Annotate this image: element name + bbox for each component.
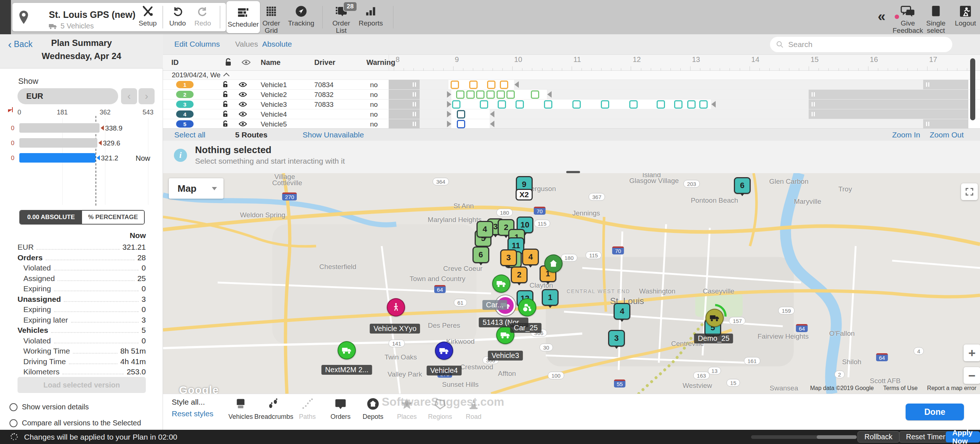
edit-columns-link[interactable]: Edit Columns: [174, 40, 220, 48]
column-id[interactable]: ID: [171, 58, 179, 67]
order-marker[interactable]: 3: [608, 330, 625, 347]
toolbar-button-order-list[interactable]: 28OrderList: [325, 0, 358, 34]
order-stop-marker[interactable]: [544, 100, 552, 109]
toolbar-button-logout[interactable]: Logout: [949, 0, 980, 34]
order-stop-marker[interactable]: [699, 100, 708, 109]
toolbar-button-setup[interactable]: Setup: [131, 0, 164, 34]
vehicle-id-pill[interactable]: 2: [176, 91, 194, 98]
metric-prev-button[interactable]: ‹: [121, 88, 137, 104]
chart-bar[interactable]: [19, 138, 97, 148]
map-type-control[interactable]: Map: [169, 178, 223, 199]
order-stop-marker[interactable]: [601, 100, 609, 109]
style-all-label[interactable]: Style all...: [172, 398, 205, 406]
lock-open-icon[interactable]: [222, 81, 229, 90]
rollback-button[interactable]: Rollback: [858, 431, 899, 442]
route-timeline-lane[interactable]: [389, 80, 968, 89]
order-stop-marker[interactable]: [573, 100, 581, 109]
lock-open-icon[interactable]: [222, 100, 229, 109]
route-timeline-lane[interactable]: [389, 119, 968, 128]
order-stop-marker[interactable]: [687, 100, 695, 109]
order-stop-marker[interactable]: [469, 81, 477, 89]
order-marker[interactable]: 1: [542, 289, 558, 306]
map-zoom-out-button[interactable]: −: [964, 367, 980, 384]
order-stop-marker[interactable]: [486, 91, 495, 99]
vehicle-row[interactable]: 4Vehicle4no: [163, 109, 980, 119]
vertical-scrollbar[interactable]: [970, 58, 975, 120]
route-timeline-lane[interactable]: [389, 109, 968, 119]
tractor-marker[interactable]: [518, 298, 536, 317]
order-marker[interactable]: 2: [511, 266, 528, 283]
layer-toggle-road[interactable]: Road: [457, 396, 490, 421]
order-stop-marker[interactable]: [452, 100, 460, 109]
toolbar-button-tracking[interactable]: Tracking: [285, 0, 318, 34]
order-stop-marker[interactable]: [498, 100, 506, 109]
order-stop-marker[interactable]: [476, 91, 485, 99]
stacked-orders-badge[interactable]: X2: [515, 189, 533, 201]
toolbar-button-order-grid[interactable]: OrderGrid: [255, 0, 288, 34]
order-marker[interactable]: 4: [522, 248, 539, 266]
done-button[interactable]: Done: [905, 404, 964, 420]
load-version-button[interactable]: Load selected version: [18, 377, 146, 393]
order-marker[interactable]: 4: [614, 303, 630, 320]
layer-toggle-vehicles[interactable]: Vehicles: [224, 396, 257, 421]
layer-toggle-paths[interactable]: Paths: [291, 396, 324, 421]
order-stop-marker[interactable]: [487, 81, 495, 89]
metric-next-button[interactable]: ›: [138, 88, 154, 104]
layer-toggle-orders[interactable]: Orders: [324, 396, 357, 421]
lock-open-icon[interactable]: [222, 120, 229, 128]
version-radio-option[interactable]: Show version details: [10, 403, 89, 411]
reset-styles-link[interactable]: Reset styles: [172, 409, 213, 418]
toolbar-button-reports[interactable]: Reports: [354, 0, 388, 34]
map-zoom-in-button[interactable]: +: [964, 344, 980, 361]
version-radio-option[interactable]: Compare all versions to the Selected: [10, 419, 141, 427]
order-stop-marker[interactable]: [496, 91, 505, 99]
order-stop-marker[interactable]: [480, 100, 488, 109]
route-timeline-lane[interactable]: [389, 100, 968, 109]
route-timeline-lane[interactable]: [389, 90, 968, 99]
order-marker[interactable]: 6: [473, 247, 489, 263]
order-stop-marker[interactable]: [531, 91, 539, 99]
vehicle-row[interactable]: 1Vehicle170834no: [163, 80, 980, 90]
depot-marker[interactable]: [544, 255, 563, 273]
eye-icon[interactable]: [239, 91, 247, 99]
date-group-row[interactable]: 2019/04/24, We: [163, 71, 980, 80]
order-stop-marker[interactable]: [457, 120, 465, 128]
order-stop-marker[interactable]: [466, 91, 475, 99]
reset-timer-button[interactable]: Reset Timer: [899, 431, 952, 442]
order-stop-marker[interactable]: [674, 100, 682, 109]
vehicle-row[interactable]: 2Vehicle270832no: [163, 90, 980, 100]
order-marker[interactable]: 4: [477, 221, 493, 238]
eye-icon[interactable]: [239, 121, 247, 128]
metric-select[interactable]: EUR: [18, 88, 118, 104]
lock-open-icon[interactable]: [222, 110, 229, 119]
vehicle-id-pill[interactable]: 1: [176, 81, 194, 88]
toolbar-button-redo[interactable]: Redo: [186, 0, 220, 34]
lock-open-icon[interactable]: [224, 58, 232, 68]
column-name[interactable]: Name: [261, 58, 280, 67]
order-stop-marker[interactable]: [629, 100, 638, 109]
apply-now-button[interactable]: Apply Now: [946, 431, 980, 442]
search-input[interactable]: [788, 40, 942, 49]
absolute-toggle-button[interactable]: 0.00 ABSOLUTE: [20, 211, 82, 224]
order-marker[interactable]: 3: [500, 249, 517, 266]
order-stop-marker[interactable]: [456, 91, 465, 99]
order-stop-marker[interactable]: [506, 91, 515, 99]
order-stop-marker[interactable]: [657, 100, 665, 109]
absolute-dropdown[interactable]: Absolute: [262, 40, 292, 48]
vehicle-row[interactable]: 3Vehicle370833no: [163, 100, 980, 109]
vehicle-marker[interactable]: [492, 274, 511, 293]
order-marker[interactable]: 6: [734, 177, 751, 194]
toolbar-button-single-select[interactable]: Singleselect: [919, 0, 953, 34]
layer-toggle-places[interactable]: Places: [390, 396, 423, 421]
eye-icon[interactable]: [239, 82, 247, 89]
vehicle-id-pill[interactable]: 3: [176, 100, 194, 108]
route-band[interactable]: [451, 100, 711, 109]
pedestrian-marker[interactable]: [387, 298, 405, 317]
order-stop-marker[interactable]: [515, 100, 524, 109]
vehicle-id-pill[interactable]: 4: [176, 110, 194, 118]
layer-toggle-breadcrumbs[interactable]: Breadcrumbs: [258, 396, 290, 421]
zoom-out-link[interactable]: Zoom Out: [930, 130, 964, 139]
vehicle-marker[interactable]: [705, 309, 724, 327]
terms-of-use-link[interactable]: Terms of Use: [883, 385, 918, 391]
order-stop-marker[interactable]: [500, 81, 508, 89]
